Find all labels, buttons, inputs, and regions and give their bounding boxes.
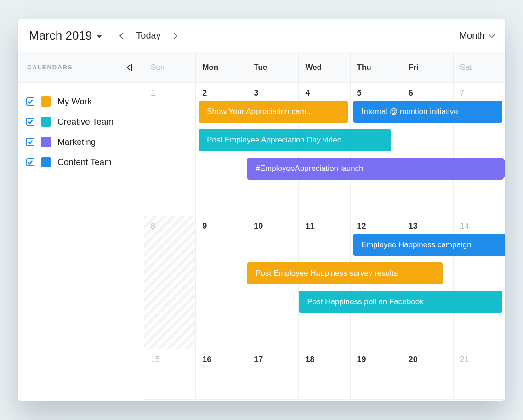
- date-cell[interactable]: 13: [402, 216, 454, 234]
- view-selector[interactable]: Month: [459, 30, 494, 41]
- color-swatch: [41, 117, 51, 127]
- calendar-event[interactable]: Internal @ mention initiative: [353, 101, 502, 123]
- week-row: 891011121314Employee Happiness campaignP…: [144, 216, 505, 349]
- calendar-event[interactable]: Post Happiness poll on Facebook: [299, 291, 502, 313]
- date-cell[interactable]: 4: [299, 83, 350, 101]
- checkbox-icon[interactable]: [26, 118, 34, 126]
- calendar-filter-label: Marketing: [57, 137, 96, 147]
- sidebar-heading: CALENDARS: [27, 64, 73, 71]
- date-cell[interactable]: 3: [247, 83, 299, 101]
- caret-down-icon: [97, 35, 102, 38]
- date-cell[interactable]: 18: [299, 349, 350, 367]
- calendar-filter-item[interactable]: My Work: [26, 96, 136, 107]
- calendar-filter-item[interactable]: Marketing: [26, 137, 136, 147]
- week-row: 1234567Show Your Appreciation cam...Inte…: [144, 83, 505, 216]
- next-button[interactable]: [171, 32, 177, 39]
- date-cell[interactable]: 1: [144, 83, 196, 101]
- today-button[interactable]: Today: [136, 30, 160, 41]
- date-cell[interactable]: 10: [247, 216, 299, 234]
- day-header-cell: Tue: [247, 52, 299, 82]
- calendar-event[interactable]: #EmployeeAppreciation launch: [247, 158, 502, 180]
- sidebar-header: CALENDARS: [18, 52, 144, 83]
- day-header-row: SunMonTueWedThuFriSat: [144, 52, 505, 83]
- date-cell[interactable]: 7: [454, 83, 505, 101]
- date-cell[interactable]: 15: [144, 349, 196, 367]
- color-swatch: [41, 96, 51, 107]
- calendar-event[interactable]: Employee Happiness campaign: [353, 234, 505, 256]
- sidebar: CALENDARS My Work Creative Team Marketin…: [18, 52, 144, 401]
- weeks-container: 1234567Show Your Appreciation cam...Inte…: [144, 83, 505, 401]
- chevron-down-icon: [489, 31, 495, 38]
- calendar-event[interactable]: Post Employee Appreciation Day video: [199, 129, 391, 151]
- calendar-filter-label: Content Team: [57, 157, 112, 167]
- date-cell[interactable]: 8: [144, 216, 196, 234]
- day-header-cell: Fri: [402, 52, 454, 82]
- checkbox-icon[interactable]: [26, 158, 34, 166]
- week-row: 15161718192021: [144, 349, 505, 400]
- color-swatch: [41, 157, 51, 167]
- calendar-filter-item[interactable]: Creative Team: [26, 117, 136, 127]
- checkbox-icon[interactable]: [26, 138, 34, 146]
- day-header-cell: Sat: [454, 52, 505, 82]
- day-header-cell: Sun: [144, 52, 196, 82]
- calendar-filter-label: Creative Team: [57, 117, 114, 127]
- prev-button[interactable]: [119, 32, 126, 39]
- body: CALENDARS My Work Creative Team Marketin…: [18, 52, 505, 401]
- date-cell[interactable]: 17: [247, 349, 299, 367]
- date-cell[interactable]: 21: [454, 349, 505, 367]
- date-cell[interactable]: 20: [402, 349, 454, 367]
- date-cell[interactable]: 16: [196, 349, 247, 367]
- day-header-cell: Thu: [351, 52, 402, 82]
- date-cell[interactable]: 2: [196, 83, 247, 101]
- calendar-app: March 2019 Today Month CALENDARS: [18, 19, 505, 401]
- date-cell[interactable]: 14: [454, 216, 505, 234]
- calendar-event[interactable]: Post Employee Happiness survey results: [247, 262, 443, 284]
- date-cell[interactable]: 19: [351, 349, 402, 367]
- calendar-list: My Work Creative Team Marketing Content …: [18, 83, 144, 181]
- calendar-grid: SunMonTueWedThuFriSat 1234567Show Your A…: [144, 52, 505, 401]
- date-cell[interactable]: 9: [196, 216, 247, 234]
- calendar-filter-label: My Work: [57, 96, 92, 107]
- date-cell[interactable]: 6: [402, 83, 454, 101]
- day-header-cell: Mon: [196, 52, 247, 82]
- collapse-sidebar-button[interactable]: [125, 64, 135, 71]
- date-cell[interactable]: 5: [351, 83, 402, 101]
- calendar-filter-item[interactable]: Content Team: [26, 157, 136, 167]
- date-cell[interactable]: 11: [299, 216, 350, 234]
- checkbox-icon[interactable]: [26, 97, 34, 106]
- month-picker[interactable]: March 2019: [29, 28, 102, 43]
- view-label: Month: [459, 30, 485, 41]
- day-header-cell: Wed: [299, 52, 350, 82]
- calendar-event[interactable]: Show Your Appreciation cam...: [199, 101, 347, 123]
- date-cell[interactable]: 12: [351, 216, 402, 234]
- color-swatch: [41, 137, 51, 147]
- today-nav: Today: [120, 30, 176, 41]
- header-title: March 2019: [29, 28, 92, 43]
- header-bar: March 2019 Today Month: [18, 19, 505, 52]
